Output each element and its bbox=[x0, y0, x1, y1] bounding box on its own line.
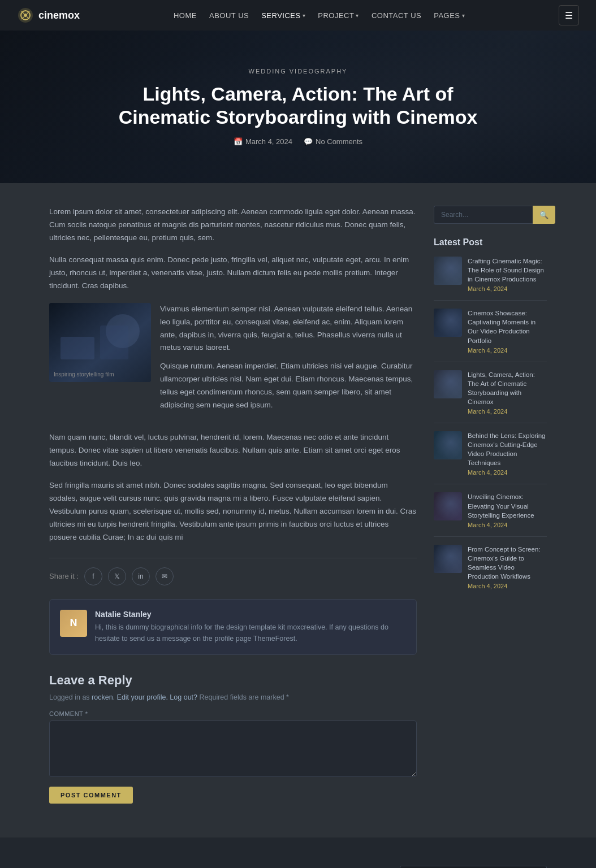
hero-meta: 📅 March 4, 2024 💬 No Comments bbox=[100, 137, 496, 146]
calendar-icon: 📅 bbox=[234, 137, 243, 146]
post-thumbnail bbox=[434, 431, 462, 459]
post-title[interactable]: Behind the Lens: Exploring Cinemox's Cut… bbox=[468, 431, 547, 467]
nav-about[interactable]: ABOUT US bbox=[209, 11, 249, 20]
author-name: Natalie Stanley bbox=[95, 610, 406, 619]
comment-textarea[interactable] bbox=[49, 721, 417, 777]
post-info: Behind the Lens: Exploring Cinemox's Cut… bbox=[468, 431, 547, 476]
comment-section: Leave a Reply Logged in as rocken. Edit … bbox=[49, 673, 417, 804]
svg-rect-11 bbox=[100, 326, 128, 359]
post-info: Unveiling Cinemox: Elevating Your Visual… bbox=[468, 492, 547, 528]
article-para1: Lorem ipsum dolor sit amet, consectetuer… bbox=[49, 206, 417, 245]
newsletter-form: ✉ SIGN UP bbox=[400, 866, 547, 868]
hero-title: Lights, Camera, Action: The Art of Cinem… bbox=[100, 83, 496, 129]
post-thumbnail bbox=[434, 545, 462, 573]
article-para6: Sed fringilla mauris sit amet nibh. Done… bbox=[49, 479, 417, 544]
post-date: March 4, 2024 bbox=[468, 583, 547, 589]
navbar-logo[interactable]: cinemox bbox=[17, 7, 80, 24]
comment-icon: 💬 bbox=[304, 137, 313, 146]
latest-post-title: Latest Post bbox=[434, 237, 547, 248]
post-thumbnail bbox=[434, 492, 462, 520]
author-info: Natalie Stanley Hi, this is dummy biogra… bbox=[95, 610, 406, 644]
newsletter-section: Newsletter Signup our newsletter to get … bbox=[0, 837, 596, 868]
pages-chevron-icon: ▾ bbox=[462, 12, 465, 19]
menu-button[interactable]: ☰ bbox=[559, 5, 579, 25]
share-twitter-button[interactable]: 𝕏 bbox=[108, 567, 126, 585]
comment-label: COMMENT * bbox=[49, 710, 417, 717]
share-row: Share it : f 𝕏 in ✉ bbox=[49, 558, 417, 585]
article-inline-text: Vivamus elementum semper nisi. Aenean vu… bbox=[160, 303, 417, 422]
post-title[interactable]: Unveiling Cinemox: Elevating Your Visual… bbox=[468, 492, 547, 519]
post-date: March 4, 2024 bbox=[468, 522, 547, 528]
author-box: N Natalie Stanley Hi, this is dummy biog… bbox=[49, 599, 417, 655]
hero-tag: WEDDING VIDEOGRAPHY bbox=[100, 68, 496, 75]
logout-link[interactable]: Log out? bbox=[170, 693, 197, 701]
nav-project[interactable]: PROJECT ▾ bbox=[318, 11, 359, 20]
comment-title: Leave a Reply bbox=[49, 673, 417, 688]
svg-point-2 bbox=[24, 14, 27, 17]
sidebar: 🔍 Latest Post Crafting Cinematic Magic: … bbox=[434, 206, 547, 804]
services-chevron-icon: ▾ bbox=[303, 12, 306, 19]
post-title[interactable]: Cinemox Showcase: Captivating Moments in… bbox=[468, 309, 547, 345]
latest-post-item: Cinemox Showcase: Captivating Moments in… bbox=[434, 309, 547, 362]
article-image: Inspiring storytelling film bbox=[49, 303, 151, 382]
latest-post-item: Crafting Cinematic Magic: The Role of So… bbox=[434, 257, 547, 301]
share-linkedin-button[interactable]: in bbox=[132, 567, 150, 585]
post-info: From Concept to Screen: Cinemox's Guide … bbox=[468, 545, 547, 589]
article-para3: Vivamus elementum semper nisi. Aenean vu… bbox=[160, 303, 417, 355]
post-title[interactable]: Crafting Cinematic Magic: The Role of So… bbox=[468, 257, 547, 284]
article-column: Lorem ipsum dolor sit amet, consectetuer… bbox=[49, 206, 417, 804]
hero-date: 📅 March 4, 2024 bbox=[234, 137, 292, 146]
latest-posts-list: Crafting Cinematic Magic: The Role of So… bbox=[434, 257, 547, 589]
navbar-links: HOME ABOUT US SERVICES ▾ PROJECT ▾ CONTA… bbox=[174, 11, 465, 20]
post-date: March 4, 2024 bbox=[468, 408, 547, 415]
article-para5: Nam quam nunc, blandit vel, luctus pulvi… bbox=[49, 431, 417, 470]
hero-comments: 💬 No Comments bbox=[304, 137, 362, 146]
article-image-section: Inspiring storytelling film Vivamus elem… bbox=[49, 303, 417, 422]
post-thumbnail bbox=[434, 257, 462, 285]
project-chevron-icon: ▾ bbox=[356, 12, 359, 19]
hero-section: WEDDING VIDEOGRAPHY Lights, Camera, Acti… bbox=[0, 31, 596, 183]
search-box: 🔍 bbox=[434, 206, 547, 224]
article-image-caption: Inspiring storytelling film bbox=[54, 371, 114, 377]
post-date: March 4, 2024 bbox=[468, 469, 547, 476]
search-button[interactable]: 🔍 bbox=[533, 206, 555, 224]
logo-icon bbox=[17, 7, 34, 24]
post-info: Lights, Camera, Action: The Art of Cinem… bbox=[468, 370, 547, 415]
newsletter-email-input[interactable] bbox=[400, 866, 547, 868]
svg-rect-10 bbox=[61, 337, 94, 359]
content-container: Lorem ipsum dolor sit amet, consectetuer… bbox=[38, 206, 558, 804]
latest-post-item: From Concept to Screen: Cinemox's Guide … bbox=[434, 545, 547, 589]
article-para4: Quisque rutrum. Aenean imperdiet. Etiam … bbox=[160, 360, 417, 412]
share-label: Share it : bbox=[49, 572, 79, 580]
nav-pages[interactable]: PAGES ▾ bbox=[434, 11, 465, 20]
search-input[interactable] bbox=[434, 206, 533, 224]
edit-profile-link[interactable]: Edit your profile. bbox=[117, 693, 168, 701]
post-title[interactable]: From Concept to Screen: Cinemox's Guide … bbox=[468, 545, 547, 581]
post-date: March 4, 2024 bbox=[468, 347, 547, 354]
latest-post-item: Behind the Lens: Exploring Cinemox's Cut… bbox=[434, 431, 547, 484]
hero-content: WEDDING VIDEOGRAPHY Lights, Camera, Acti… bbox=[100, 68, 496, 146]
share-email-button[interactable]: ✉ bbox=[156, 567, 174, 585]
latest-post-item: Lights, Camera, Action: The Art of Cinem… bbox=[434, 370, 547, 423]
author-bio: Hi, this is dummy biographical info for … bbox=[95, 622, 406, 644]
nav-home[interactable]: HOME bbox=[174, 11, 197, 20]
post-comment-button[interactable]: POST COMMENT bbox=[49, 787, 133, 804]
nav-services[interactable]: SERVICES ▾ bbox=[261, 11, 305, 20]
post-info: Crafting Cinematic Magic: The Role of So… bbox=[468, 257, 547, 292]
main-wrapper: Lorem ipsum dolor sit amet, consectetuer… bbox=[0, 183, 596, 837]
logo-text: cinemox bbox=[38, 10, 80, 21]
post-date: March 4, 2024 bbox=[468, 285, 547, 292]
profile-link[interactable]: rocken bbox=[92, 693, 113, 701]
article-para2: Nulla consequat massa quis enim. Donec p… bbox=[49, 254, 417, 293]
post-title[interactable]: Lights, Camera, Action: The Art of Cinem… bbox=[468, 370, 547, 406]
newsletter-inner: Newsletter Signup our newsletter to get … bbox=[38, 866, 558, 868]
navbar: cinemox HOME ABOUT US SERVICES ▾ PROJECT… bbox=[0, 0, 596, 31]
post-thumbnail bbox=[434, 370, 462, 398]
share-facebook-button[interactable]: f bbox=[84, 567, 102, 585]
post-thumbnail bbox=[434, 309, 462, 337]
nav-contact[interactable]: CONTACT US bbox=[372, 11, 421, 20]
comment-logged-text: Logged in as rocken. Edit your profile. … bbox=[49, 693, 417, 701]
post-info: Cinemox Showcase: Captivating Moments in… bbox=[468, 309, 547, 353]
author-avatar: N bbox=[60, 610, 87, 637]
latest-post-item: Unveiling Cinemox: Elevating Your Visual… bbox=[434, 492, 547, 536]
